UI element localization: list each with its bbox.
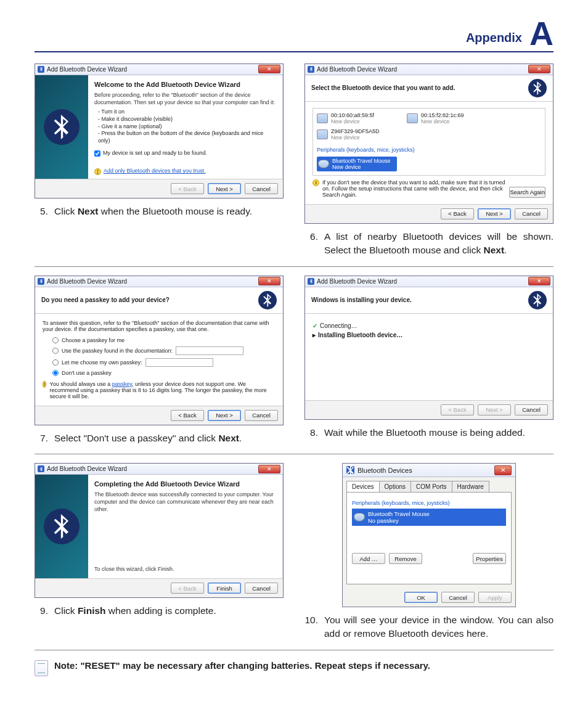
radio-doc[interactable]: Use the passkey found in the documentati… [52, 346, 276, 355]
back-button[interactable]: < Back [171, 410, 204, 421]
cancel-button[interactable]: Cancel [245, 410, 278, 421]
window-title: Add Bluetooth Device Wizard [47, 278, 256, 285]
bluetooth-logo [528, 291, 547, 309]
next-button[interactable]: Next > [478, 208, 511, 219]
bluetooth-logo [528, 79, 547, 97]
device-item[interactable]: 00:10:60:a8:59:5fNew device [317, 112, 397, 125]
bluetooth-icon [308, 278, 314, 285]
wizard-step7: Add Bluetooth Device Wizard✕ Do you need… [35, 276, 284, 425]
device-item-selected[interactable]: Bluetooth Travel MouseNew device [317, 157, 397, 171]
device-item-selected[interactable]: Bluetooth Travel MouseNo passkey [352, 509, 506, 526]
wizard-heading: Do you need a passkey to add your device… [41, 297, 253, 303]
apply-button: Apply [478, 592, 512, 603]
device-category: Peripherals (keyboards, mice, joysticks) [352, 500, 506, 506]
info-text: If you don't see the device that you wan… [322, 179, 506, 198]
bluetooth-devices-dialog: Bluetooth Devices✕ Devices Options COM P… [342, 463, 516, 607]
cancel-button[interactable]: Cancel [515, 404, 548, 415]
step6-caption: A list of nearby Bluetooth devices will … [324, 230, 553, 258]
passkey-warning: You should always use a passkey, unless … [49, 381, 276, 399]
properties-button[interactable]: Properties [473, 553, 506, 564]
finish-button[interactable]: Finish [208, 583, 241, 594]
complete-text: The Bluetooth device was successfully co… [94, 491, 277, 513]
tab-comports[interactable]: COM Ports [410, 481, 452, 492]
search-again-button[interactable]: Search Again [509, 187, 545, 198]
remove-button[interactable]: Remove [389, 553, 422, 564]
radio-own[interactable]: Let me choose my own passkey: [52, 358, 276, 367]
warning-icon: ! [94, 168, 101, 175]
appendix-title: Appendix [466, 31, 522, 49]
wizard-heading: Welcome to the Add Bluetooth Device Wiza… [94, 80, 277, 89]
cancel-button[interactable]: Cancel [441, 592, 475, 603]
bluetooth-icon [308, 66, 314, 73]
close-icon[interactable]: ✕ [258, 465, 280, 473]
ready-checkbox[interactable]: My device is set up and ready to be foun… [94, 150, 277, 157]
bluetooth-logo [258, 291, 277, 309]
radio-choose[interactable]: Choose a passkey for me [52, 337, 276, 343]
add-button[interactable]: Add … [352, 553, 385, 564]
bluetooth-icon [38, 66, 44, 73]
step7-caption: Select "Don't use a passkey" and click N… [54, 432, 242, 445]
back-button[interactable]: < Back [171, 183, 204, 194]
installing-status: ▸Installing Bluetooth device… [312, 332, 545, 338]
dialog-title: Bluetooth Devices [357, 467, 491, 474]
wizard-heading: Windows is installing your device. [311, 297, 523, 303]
device-item[interactable]: Z96F329-9DF5A5DNew device [317, 128, 397, 141]
tab-hardware[interactable]: Hardware [452, 481, 489, 492]
next-button[interactable]: Next > [208, 183, 241, 194]
arrow-icon: ▸ [312, 332, 316, 338]
step-num: 5. [35, 205, 48, 218]
device-icon [317, 113, 328, 123]
setup-list: Turn it onMake it discoverable (visible)… [98, 108, 277, 144]
connecting-status: ✓Connecting… [312, 322, 545, 329]
device-category: Peripherals (keyboards, mice, joysticks) [317, 147, 541, 153]
window-title: Add Bluetooth Device Wizard [47, 66, 256, 73]
passkey-intro: To answer this question, refer to the "B… [43, 320, 276, 332]
cancel-button[interactable]: Cancel [515, 208, 548, 219]
device-list[interactable]: 00:10:60:a8:59:5fNew device 00:15:f2:82:… [312, 108, 545, 176]
close-icon[interactable]: ✕ [258, 277, 280, 285]
ok-button[interactable]: OK [404, 592, 438, 603]
check-icon: ✓ [312, 322, 317, 329]
wizard-step6: Add Bluetooth Device Wizard✕ Select the … [304, 63, 553, 224]
mouse-icon [318, 160, 329, 168]
window-title: Add Bluetooth Device Wizard [317, 278, 526, 285]
back-button: < Back [441, 404, 474, 415]
step-num: 8. [304, 426, 318, 440]
wizard-heading: Completing the Add Bluetooth Device Wiza… [94, 480, 277, 488]
wizard-step5: Add Bluetooth Device Wizard✕ Welcome to … [35, 63, 284, 198]
next-button[interactable]: Next > [208, 410, 241, 421]
close-icon[interactable]: ✕ [528, 277, 550, 285]
bluetooth-icon [38, 278, 44, 285]
mouse-icon [354, 513, 365, 522]
tab-options[interactable]: Options [379, 481, 411, 492]
info-icon: i [312, 179, 319, 186]
passkey-input[interactable] [145, 358, 213, 367]
intro-text: Before proceeding, refer to the "Bluetoo… [94, 92, 277, 106]
close-icon[interactable]: ✕ [494, 465, 512, 475]
passkey-input[interactable] [176, 346, 243, 355]
next-button: Next > [478, 404, 511, 415]
cancel-button[interactable]: Cancel [245, 583, 278, 594]
wizard-step9: Add Bluetooth Device Wizard✕ Completing … [35, 463, 284, 598]
step-num: 6. [304, 230, 318, 258]
wizard-step8: Add Bluetooth Device Wizard✕ Windows is … [304, 276, 553, 420]
device-icon [317, 129, 328, 139]
radio-none[interactable]: Don't use a passkey [52, 370, 276, 376]
window-title: Add Bluetooth Device Wizard [317, 66, 526, 73]
appendix-letter: A [529, 18, 553, 49]
back-button[interactable]: < Back [441, 208, 474, 219]
cancel-button[interactable]: Cancel [245, 183, 278, 194]
tab-devices[interactable]: Devices [346, 481, 380, 492]
device-item[interactable]: 00:15:f2:82:1c:69New device [407, 112, 487, 125]
close-icon[interactable]: ✕ [258, 65, 280, 73]
window-title: Add Bluetooth Device Wizard [47, 465, 256, 472]
step5-caption: Click Next when the Bluetooth mouse is r… [54, 205, 252, 218]
step10-caption: You will see your device in the window. … [324, 613, 553, 641]
step-num: 9. [35, 604, 48, 618]
trust-link[interactable]: !Add only Bluetooth devices that you tru… [94, 168, 277, 175]
note-text: Note: "RESET" may be necessary after cha… [54, 660, 430, 671]
wizard-heading: Select the Bluetooth device that you wan… [311, 84, 523, 91]
bluetooth-icon [346, 466, 354, 474]
close-icon[interactable]: ✕ [528, 65, 550, 73]
bluetooth-icon [38, 465, 44, 472]
